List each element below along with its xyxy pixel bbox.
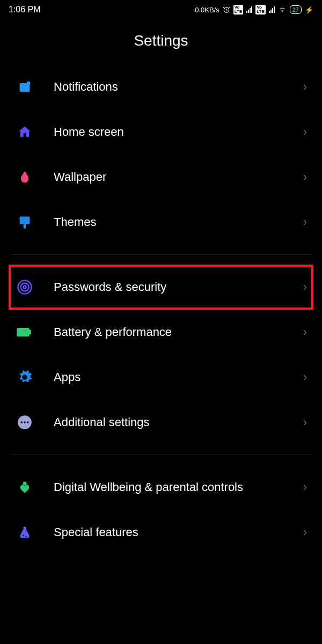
item-label: Notifications [54, 79, 299, 95]
status-right: 0.0KB/s VoLTE VoLTE 27 ⚡ [195, 5, 313, 14]
item-label: Passwords & security [54, 280, 299, 295]
settings-item-apps[interactable]: Apps › [11, 355, 311, 400]
network-speed: 0.0KB/s [195, 6, 219, 14]
signal-icon-1 [246, 6, 252, 13]
svg-rect-5 [24, 224, 26, 229]
settings-item-wellbeing[interactable]: Digital Wellbeing & parental controls › [11, 465, 311, 510]
settings-list: Notifications › Home screen › Wallpaper … [0, 64, 322, 555]
item-label: Battery & performance [54, 325, 299, 340]
charging-icon: ⚡ [305, 6, 313, 14]
svg-point-16 [23, 535, 24, 536]
svg-point-17 [25, 536, 26, 537]
svg-point-14 [27, 421, 29, 423]
chevron-right-icon: › [303, 415, 307, 429]
settings-item-home-screen[interactable]: Home screen › [11, 109, 311, 155]
battery-icon: 27 [290, 5, 302, 14]
chevron-right-icon: › [303, 525, 307, 539]
settings-item-additional[interactable]: Additional settings › [11, 400, 311, 445]
chevron-right-icon: › [303, 170, 307, 184]
notifications-icon [15, 77, 34, 97]
item-label: Themes [54, 215, 299, 230]
svg-point-12 [20, 421, 23, 423]
item-label: Digital Wellbeing & parental controls [54, 480, 299, 495]
item-label: Wallpaper [54, 170, 299, 185]
themes-icon [15, 213, 34, 232]
item-label: Additional settings [54, 415, 299, 430]
settings-item-passwords-security[interactable]: Passwords & security › [9, 265, 313, 310]
svg-point-7 [21, 283, 29, 291]
wallpaper-icon [15, 167, 34, 187]
settings-item-special-features[interactable]: Special features › [11, 510, 311, 555]
settings-item-wallpaper[interactable]: Wallpaper › [11, 155, 311, 200]
wifi-icon [278, 6, 287, 13]
item-label: Home screen [54, 125, 299, 140]
divider [11, 455, 311, 455]
gear-icon [15, 368, 34, 387]
home-icon [15, 122, 34, 142]
chevron-right-icon: › [303, 215, 307, 229]
svg-rect-10 [30, 330, 31, 334]
svg-point-13 [24, 421, 26, 423]
item-label: Special features [54, 525, 299, 540]
chevron-right-icon: › [303, 325, 307, 339]
chevron-right-icon: › [303, 125, 307, 139]
alarm-icon [223, 6, 230, 13]
chevron-right-icon: › [303, 80, 307, 94]
chevron-right-icon: › [303, 480, 307, 494]
settings-item-battery[interactable]: Battery & performance › [11, 310, 311, 355]
item-label: Apps [54, 370, 299, 385]
volte-icon-2: VoLTE [255, 5, 266, 14]
svg-rect-4 [20, 217, 30, 224]
fingerprint-icon [15, 277, 34, 297]
svg-rect-9 [17, 328, 30, 336]
svg-point-15 [23, 482, 27, 486]
svg-point-8 [24, 286, 26, 289]
settings-item-themes[interactable]: Themes › [11, 200, 311, 245]
svg-point-2 [27, 82, 31, 85]
chevron-right-icon: › [303, 370, 307, 384]
status-time: 1:06 PM [9, 5, 41, 14]
settings-item-notifications[interactable]: Notifications › [11, 64, 311, 109]
volte-icon-1: VoLTE [233, 5, 244, 14]
chevron-right-icon: › [303, 280, 307, 294]
battery-icon [15, 323, 34, 342]
status-bar: 1:06 PM 0.0KB/s VoLTE VoLTE 27 ⚡ [0, 0, 322, 19]
page-title: Settings [0, 19, 322, 64]
flask-icon [15, 523, 34, 542]
more-icon [15, 413, 34, 432]
wellbeing-icon [15, 478, 34, 497]
signal-icon-2 [269, 6, 275, 13]
divider [11, 254, 311, 255]
svg-point-3 [24, 172, 26, 175]
